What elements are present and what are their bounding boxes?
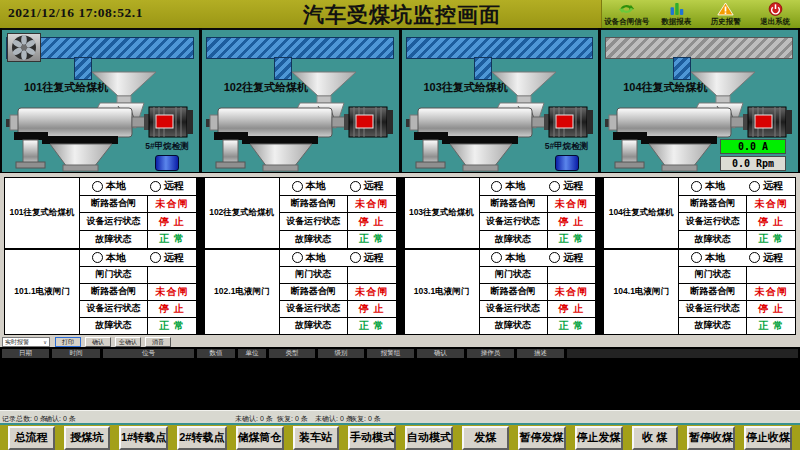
radio-icon[interactable] <box>92 252 103 263</box>
gate-state-label: 闸门状态 <box>679 267 747 283</box>
page-title: 汽车受煤坑监控画面 <box>303 1 501 29</box>
run-label: 设备运行状态 <box>280 213 348 230</box>
run-row: 设备运行状态 停 止 <box>280 213 396 231</box>
speed-meter: 0.0 Rpm <box>720 156 786 171</box>
remote-radio[interactable]: 远程 <box>350 251 384 265</box>
remote-radio[interactable]: 远程 <box>350 179 384 193</box>
radio-icon[interactable] <box>350 181 361 192</box>
remote-label: 远程 <box>563 251 583 265</box>
local-radio[interactable]: 本地 <box>92 251 126 265</box>
radio-icon[interactable] <box>749 252 760 263</box>
fault-value: 正 常 <box>747 231 795 248</box>
local-radio[interactable]: 本地 <box>292 251 326 265</box>
radio-icon[interactable] <box>292 181 303 192</box>
nav-button[interactable]: 1#转载点 <box>119 426 168 450</box>
gate-state-value <box>148 267 196 283</box>
radio-icon[interactable] <box>292 252 303 263</box>
radio-icon[interactable] <box>691 252 702 263</box>
nav-button[interactable]: 收 煤 <box>632 426 679 450</box>
breaker-label: 断路器合闸 <box>280 196 348 213</box>
radio-icon[interactable] <box>549 181 560 192</box>
alarm-toolbar-button[interactable]: 打印 <box>55 337 81 347</box>
nav-button[interactable]: 停止收煤 <box>744 426 792 450</box>
nav-button[interactable]: 授煤坑 <box>64 426 111 450</box>
fault-value: 正 常 <box>348 231 396 248</box>
local-radio[interactable]: 本地 <box>691 251 725 265</box>
radio-icon[interactable] <box>749 181 760 192</box>
methane-sensor-icon <box>555 155 579 171</box>
status-tables-row: 101往复式给煤机 本地 远程 断路器合闸 未合闸 <box>0 172 800 337</box>
header-toolbar: 设备合闸信号 数据报表 历史报警 <box>601 0 800 28</box>
timestamp: 2021/12/16 17:08:52.1 <box>8 5 143 21</box>
remote-radio[interactable]: 远程 <box>150 251 184 265</box>
radio-icon[interactable] <box>691 181 702 192</box>
nav-button[interactable]: 自动模式 <box>405 426 453 450</box>
alarm-toolbar-button[interactable]: 消音 <box>145 337 171 347</box>
radio-icon[interactable] <box>491 252 502 263</box>
nav-button[interactable]: 手动模式 <box>348 426 396 450</box>
feeder-meters: 0.0 A 0.0 Rpm <box>720 139 786 171</box>
feeder-machine-graphic <box>206 70 396 172</box>
remote-radio[interactable]: 远程 <box>749 251 783 265</box>
breaker-label: 断路器合闸 <box>280 284 348 300</box>
fault-row: 故障状态 正 常 <box>480 318 596 334</box>
roof-beam <box>206 37 394 59</box>
data-report-button[interactable]: 数据报表 <box>652 0 702 28</box>
remote-label: 远程 <box>364 251 384 265</box>
remote-radio[interactable]: 远程 <box>150 179 184 193</box>
radio-icon[interactable] <box>549 252 560 263</box>
radio-icon[interactable] <box>350 252 361 263</box>
remote-radio[interactable]: 远程 <box>549 179 583 193</box>
nav-button[interactable]: 装车站 <box>293 426 340 450</box>
radio-icon[interactable] <box>92 181 103 192</box>
nav-button[interactable]: 暂停发煤 <box>518 426 566 450</box>
run-label: 设备运行状态 <box>480 213 548 230</box>
run-row: 设备运行状态 停 止 <box>280 301 396 318</box>
run-row: 设备运行状态 停 止 <box>80 301 196 318</box>
nav-button[interactable]: 停止发煤 <box>575 426 623 450</box>
local-radio[interactable]: 本地 <box>691 179 725 193</box>
feeder-status-subtable: 101往复式给煤机 本地 远程 断路器合闸 未合闸 <box>5 178 196 248</box>
fault-value: 正 常 <box>348 318 396 334</box>
local-label: 本地 <box>306 179 326 193</box>
gate-name: 103.1电液闸门 <box>405 250 480 334</box>
feeder-mimic-panel: 103往复式给煤机 <box>402 28 599 172</box>
local-radio[interactable]: 本地 <box>491 251 525 265</box>
breaker-label: 断路器合闸 <box>480 284 548 300</box>
local-radio[interactable]: 本地 <box>92 179 126 193</box>
radio-icon[interactable] <box>491 181 502 192</box>
scada-screen: 2021/12/16 17:08:52.1 汽车受煤坑监控画面 设备合闸信号 数… <box>0 0 800 450</box>
run-label: 设备运行状态 <box>480 301 548 317</box>
remote-radio[interactable]: 远程 <box>549 251 583 265</box>
history-alarm-button[interactable]: 历史报警 <box>701 0 751 28</box>
alarm-toolbar-button[interactable]: 确认 <box>85 337 111 347</box>
gate-name: 102.1电液闸门 <box>205 250 280 334</box>
breaker-value: 未合闸 <box>747 196 795 213</box>
nav-button[interactable]: 2#转载点 <box>177 426 226 450</box>
alarm-filter-dropdown[interactable]: 实时报警 ∨ <box>2 337 50 347</box>
alarm-column-header: 日期 <box>2 349 49 358</box>
remote-radio[interactable]: 远程 <box>749 179 783 193</box>
run-label: 设备运行状态 <box>679 213 747 230</box>
exit-system-button[interactable]: 退出系统 <box>751 0 800 28</box>
device-closing-signal-button[interactable]: 设备合闸信号 <box>602 0 652 28</box>
radio-icon[interactable] <box>150 252 161 263</box>
roof-beam <box>406 37 594 59</box>
breaker-row: 断路器合闸 未合闸 <box>480 284 596 301</box>
gate-state-value <box>348 267 396 283</box>
nav-button[interactable]: 暂停收煤 <box>687 426 735 450</box>
fault-value: 正 常 <box>148 231 196 248</box>
local-radio[interactable]: 本地 <box>292 179 326 193</box>
alarm-toolbar-button[interactable]: 全确认 <box>115 337 141 347</box>
nav-button[interactable]: 总流程 <box>8 426 55 450</box>
breaker-label: 断路器合闸 <box>480 196 548 213</box>
nav-button[interactable]: 储煤筒仓 <box>236 426 284 450</box>
alarm-table-body[interactable] <box>2 358 798 408</box>
local-radio[interactable]: 本地 <box>491 179 525 193</box>
fault-label: 故障状态 <box>280 231 348 248</box>
nav-button[interactable]: 发煤 <box>462 426 509 450</box>
radio-icon[interactable] <box>150 181 161 192</box>
remote-label: 远程 <box>763 251 783 265</box>
fault-row: 故障状态 正 常 <box>280 318 396 334</box>
feeder-mimic-panel: 101往复式给煤机 <box>2 28 199 172</box>
